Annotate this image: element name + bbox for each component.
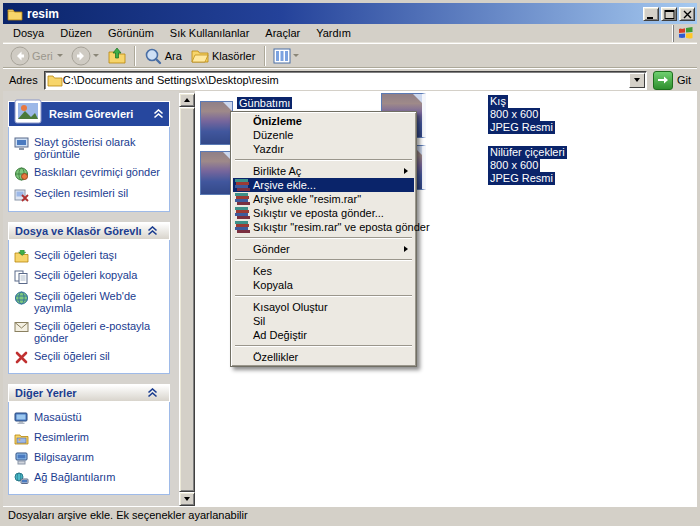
file-name[interactable]: Günbatımı: [237, 97, 292, 109]
back-dropdown-icon[interactable]: [57, 54, 63, 57]
delete-items-icon: [13, 351, 30, 364]
file-thumbnail-gunbatimi[interactable]: [200, 101, 233, 145]
menu-item-sil[interactable]: Sil: [233, 314, 414, 328]
go-button[interactable]: [653, 71, 673, 90]
menu-separator: [235, 295, 412, 297]
chevron-up-icon[interactable]: [147, 388, 158, 398]
file-tasks-header[interactable]: Dosya ve Klasör Görevlı: [8, 222, 170, 240]
submenu-arrow-icon: [404, 168, 408, 174]
menu-item-label: Arşive ekle "resim.rar": [253, 193, 361, 205]
menu-item-label: Arşive ekle...: [253, 179, 316, 191]
task-delete-items[interactable]: Seçili öğeleri sil: [13, 347, 167, 367]
windows-logo-icon: [673, 25, 697, 42]
other-places-box: Diğer Yerler Masaüstü Resimlerim Bilgisa…: [8, 384, 170, 495]
place-desktop[interactable]: Masaüstü: [13, 408, 167, 428]
menu-item-ozellikler[interactable]: Özellikler: [233, 350, 414, 364]
file-dimensions: 800 x 600: [488, 108, 540, 121]
up-button[interactable]: [104, 46, 130, 66]
task-move-items[interactable]: Seçili öğeleri taşı: [13, 246, 167, 266]
address-input[interactable]: C:\Documents and Settings\x\Desktop\resi…: [44, 71, 647, 90]
scrollbar-down-button[interactable]: [179, 492, 195, 506]
menu-item-ad-degistir[interactable]: Ad Değiştir: [233, 328, 414, 342]
section-title: Dosya ve Klasör Görevlı: [15, 225, 142, 237]
task-label: Seçili öğeleri kopyala: [34, 269, 137, 281]
menu-item-sikistir-rar-eposta[interactable]: Sıkıştır "resim.rar" ve eposta gönder: [233, 220, 414, 234]
menu-item-sikistir-eposta[interactable]: Sıkıştır ve eposta gönder...: [233, 206, 414, 220]
views-icon: [273, 48, 291, 64]
winrar-icon: [235, 179, 249, 191]
menu-dosya[interactable]: Dosya: [5, 25, 52, 41]
place-network[interactable]: Ağ Bağlantılarım: [13, 468, 167, 488]
menu-bar: Dosya Düzen Görünüm Sık Kullanılanlar Ar…: [3, 24, 697, 43]
address-dropdown-button[interactable]: [629, 73, 645, 88]
forward-dropdown-icon[interactable]: [93, 54, 99, 57]
place-label: Masaüstü: [34, 411, 82, 423]
task-delete-pictures[interactable]: Seçilen resimleri sil: [13, 184, 167, 205]
back-button[interactable]: Geri: [7, 45, 68, 67]
forward-button[interactable]: [68, 45, 104, 67]
menu-yardim[interactable]: Yardım: [308, 25, 359, 41]
picture-tasks-header[interactable]: Resim Görevleri: [8, 101, 170, 127]
task-copy-items[interactable]: Seçili öğeleri kopyala: [13, 266, 167, 287]
menu-item-duzenle[interactable]: Düzenle: [233, 128, 414, 142]
menu-duzen[interactable]: Düzen: [52, 25, 100, 41]
menu-item-kopyala[interactable]: Kopyala: [233, 278, 414, 292]
menu-araclar[interactable]: Araçlar: [257, 25, 308, 41]
section-title: Resim Görevleri: [49, 108, 133, 120]
search-label: Ara: [165, 50, 182, 62]
toolbar-separator: [264, 46, 266, 66]
task-publish-web[interactable]: Seçili öğeleri Web'de yayımla: [13, 287, 167, 317]
menu-item-kes[interactable]: Kes: [233, 264, 414, 278]
task-pane-scrollbar[interactable]: [179, 93, 195, 506]
file-name[interactable]: Nilüfer çiçekleri: [488, 146, 567, 159]
minimize-button[interactable]: [643, 7, 659, 21]
picture-tasks-icon: [13, 97, 43, 125]
menu-item-yazdir[interactable]: Yazdır: [233, 142, 414, 156]
search-button[interactable]: Ara: [140, 46, 187, 66]
move-items-icon: [13, 250, 30, 263]
chevron-up-icon[interactable]: [147, 226, 158, 236]
file-name[interactable]: Kış: [488, 95, 508, 108]
task-email-items[interactable]: Seçili öğeleri e-postayla gönder: [13, 317, 167, 347]
menu-item-kisayol-olustur[interactable]: Kısayol Oluştur: [233, 300, 414, 314]
address-folder-icon: [47, 74, 63, 87]
email-items-icon: [13, 321, 30, 333]
maximize-button[interactable]: [661, 7, 677, 21]
folders-label: Klasörler: [212, 50, 255, 62]
file-tile-kis[interactable]: Kış 800 x 600 JPEG Resmi: [488, 95, 555, 134]
task-label: Slayt gösterisi olarak görüntüle: [34, 136, 167, 160]
views-button[interactable]: [270, 47, 304, 65]
other-places-header[interactable]: Diğer Yerler: [8, 384, 170, 402]
scroll-down-icon: [184, 497, 190, 501]
place-my-pictures[interactable]: Resimlerim: [13, 428, 167, 448]
menu-gorunum[interactable]: Görünüm: [100, 25, 162, 41]
menu-item-onizleme[interactable]: Önizleme: [233, 114, 414, 128]
views-dropdown-icon[interactable]: [293, 54, 299, 57]
task-slideshow[interactable]: Slayt gösterisi olarak görüntüle: [13, 133, 167, 163]
task-order-prints[interactable]: Baskıları çevrimiçi gönder: [13, 163, 167, 184]
close-button[interactable]: [679, 7, 695, 21]
file-dimensions: 800 x 600: [488, 159, 540, 172]
address-label: Adres: [5, 74, 44, 86]
folders-button[interactable]: Klasörler: [187, 46, 260, 66]
menu-item-gonder[interactable]: Gönder: [233, 242, 414, 256]
address-path: C:\Documents and Settings\x\Desktop\resi…: [63, 74, 629, 86]
scrollbar-up-button[interactable]: [179, 93, 195, 107]
menu-item-birlikte-ac[interactable]: Birlikte Aç: [233, 164, 414, 178]
file-tile-nilufer[interactable]: Nilüfer çiçekleri 800 x 600 JPEG Resmi: [488, 146, 567, 185]
menu-item-arsive-ekle-rar[interactable]: Arşive ekle "resim.rar": [233, 192, 414, 206]
menu-item-arsive-ekle[interactable]: Arşive ekle...: [233, 178, 414, 192]
file-thumbnail[interactable]: [200, 151, 233, 195]
menu-sik-kullanilanlar[interactable]: Sık Kullanılanlar: [162, 25, 258, 41]
scrollbar-thumb[interactable]: [179, 107, 195, 492]
task-label: Seçilen resimleri sil: [34, 187, 128, 199]
slideshow-icon: [13, 137, 30, 151]
context-menu: Önizleme Düzenle Yazdır Birlikte Aç Arşi…: [230, 111, 417, 367]
folders-icon: [190, 47, 210, 65]
delete-pictures-icon: [13, 188, 30, 202]
chevron-up-icon[interactable]: [153, 109, 164, 119]
go-arrow-icon: [657, 75, 669, 85]
winrar-icon: [235, 193, 249, 205]
picture-tasks-box: Resim Görevleri Slayt gösterisi olarak g…: [8, 101, 170, 212]
place-my-computer[interactable]: Bilgisayarım: [13, 448, 167, 468]
